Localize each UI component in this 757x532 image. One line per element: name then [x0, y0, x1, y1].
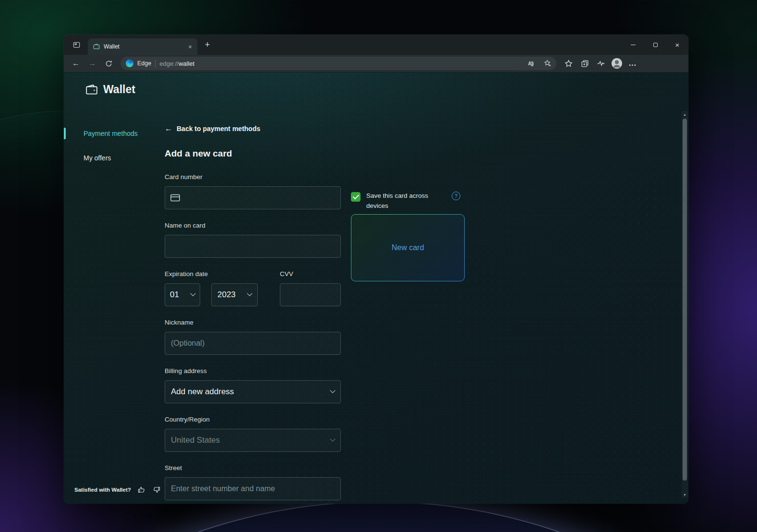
- sidebar-item-label: Payment methods: [84, 130, 138, 137]
- address-bar[interactable]: Edge edge://wallet A)): [120, 57, 556, 70]
- name-on-card-input[interactable]: [165, 235, 341, 258]
- sidebar-item-my-offers[interactable]: My offers: [64, 151, 165, 165]
- expiration-month-value: 01: [170, 290, 179, 300]
- favorites-star-icon: [565, 60, 573, 68]
- url-scheme: edge://: [159, 60, 179, 67]
- chevron-down-icon: [330, 436, 335, 442]
- read-aloud-button[interactable]: A)): [524, 57, 537, 70]
- collections-icon: [581, 60, 589, 68]
- new-card-label: New card: [392, 243, 424, 252]
- new-card-preview: New card: [351, 214, 465, 281]
- card-number-group: Card number: [165, 173, 341, 209]
- expiration-cvv-group: Expiration date 01 2023 CVV: [165, 270, 341, 306]
- scrollbar-thumb[interactable]: [683, 119, 687, 481]
- window-close-button[interactable]: ×: [666, 35, 688, 55]
- refresh-icon: [105, 60, 112, 67]
- name-on-card-label: Name on card: [165, 222, 341, 230]
- expiration-group: Expiration date 01 2023: [165, 270, 258, 306]
- settings-and-more-button[interactable]: …: [625, 57, 640, 70]
- url-host: wallet: [179, 60, 194, 67]
- star-add-icon: [544, 60, 552, 67]
- page-scrollbar[interactable]: ▲ ▼: [682, 111, 688, 498]
- street-group: Street: [165, 464, 341, 500]
- url-text: edge://wallet: [159, 60, 194, 67]
- add-favorite-button[interactable]: [541, 57, 554, 70]
- wallet-favicon-icon: [93, 43, 100, 50]
- billing-address-label: Billing address: [165, 367, 341, 376]
- sidebar-item-payment-methods[interactable]: Payment methods: [64, 126, 165, 141]
- save-card-label: Save this card across devices: [366, 191, 433, 211]
- browser-essentials-icon: [597, 59, 605, 68]
- sidebar: Payment methods My offers: [64, 126, 165, 175]
- window-minimize-button[interactable]: [622, 35, 644, 55]
- page-title: Wallet: [103, 83, 135, 96]
- save-card-checkbox[interactable]: [351, 192, 360, 202]
- back-arrow-icon: ←: [165, 124, 172, 133]
- thumbs-up-icon[interactable]: [137, 485, 146, 494]
- chevron-down-icon: [330, 388, 335, 393]
- scrollbar-track[interactable]: [682, 118, 688, 491]
- country-label: Country/Region: [165, 416, 341, 424]
- maximize-icon: [653, 43, 658, 47]
- street-input[interactable]: [165, 477, 341, 500]
- window-maximize-button[interactable]: [644, 35, 666, 55]
- expiration-month-select[interactable]: 01: [165, 283, 200, 306]
- tab-actions-icon: [73, 41, 80, 48]
- profile-button[interactable]: [610, 57, 624, 70]
- browser-toolbar: ← → Edge edge://wallet A)): [64, 55, 688, 73]
- forward-button[interactable]: →: [84, 57, 100, 70]
- avatar: [611, 58, 623, 69]
- help-icon[interactable]: ?: [452, 192, 460, 200]
- billing-address-group: Billing address Add new address: [165, 367, 341, 403]
- favorites-button[interactable]: [561, 57, 576, 70]
- edge-site-label: Edge: [137, 60, 151, 67]
- feedback-label: Satisfied with Wallet?: [74, 487, 131, 493]
- new-tab-button[interactable]: +: [201, 38, 214, 51]
- tab-title: Wallet: [104, 43, 182, 50]
- card-number-label: Card number: [165, 173, 341, 182]
- wallet-page: Wallet Payment methods My offers ← Back …: [64, 73, 688, 504]
- expiration-label: Expiration date: [165, 270, 258, 279]
- country-group: Country/Region United States: [165, 416, 341, 452]
- edge-logo-icon: [126, 60, 133, 67]
- minimize-icon: [631, 45, 636, 45]
- street-label: Street: [165, 464, 341, 473]
- add-card-form: ← Back to payment methods Add a new card…: [165, 123, 341, 504]
- scroll-up-icon[interactable]: ▲: [682, 111, 688, 118]
- country-value: United States: [171, 435, 220, 445]
- card-save-column: Save this card across devices ? New card: [351, 191, 533, 281]
- browser-tab-wallet[interactable]: Wallet ×: [88, 38, 197, 55]
- nickname-group: Nickname: [165, 319, 341, 355]
- cvv-group: CVV: [280, 270, 341, 306]
- chevron-down-icon: [190, 291, 195, 296]
- cvv-input[interactable]: [280, 283, 341, 306]
- tab-close-icon[interactable]: ×: [186, 42, 194, 51]
- billing-address-value: Add new address: [171, 387, 234, 397]
- chevron-down-icon: [247, 291, 252, 296]
- form-title: Add a new card: [165, 148, 341, 161]
- page-header: Wallet: [85, 83, 135, 96]
- scroll-down-icon[interactable]: ▼: [682, 491, 688, 498]
- save-card-row: Save this card across devices ?: [351, 191, 476, 211]
- feedback-bar: Satisfied with Wallet?: [74, 485, 161, 494]
- browser-window: Wallet × + × ← → Edge edge://wallet A)): [64, 35, 688, 504]
- tab-actions-button[interactable]: [70, 38, 83, 51]
- window-controls: ×: [622, 35, 688, 55]
- card-number-input[interactable]: [165, 186, 341, 209]
- expiration-year-value: 2023: [217, 290, 236, 300]
- refresh-button[interactable]: [101, 57, 116, 70]
- name-on-card-group: Name on card: [165, 222, 341, 258]
- tab-bar: Wallet × + ×: [64, 35, 688, 55]
- country-select[interactable]: United States: [165, 429, 341, 452]
- billing-address-select[interactable]: Add new address: [165, 380, 341, 403]
- expiration-year-select[interactable]: 2023: [211, 283, 258, 306]
- credit-card-icon: [170, 194, 180, 202]
- nickname-input[interactable]: [165, 332, 341, 355]
- thumbs-down-icon[interactable]: [152, 485, 161, 494]
- sidebar-item-label: My offers: [84, 154, 111, 162]
- back-button[interactable]: ←: [68, 57, 84, 70]
- collections-button[interactable]: [577, 57, 592, 70]
- wallet-icon: [85, 84, 98, 96]
- browser-essentials-button[interactable]: [593, 57, 609, 70]
- back-to-payment-methods-link[interactable]: ← Back to payment methods: [165, 123, 341, 134]
